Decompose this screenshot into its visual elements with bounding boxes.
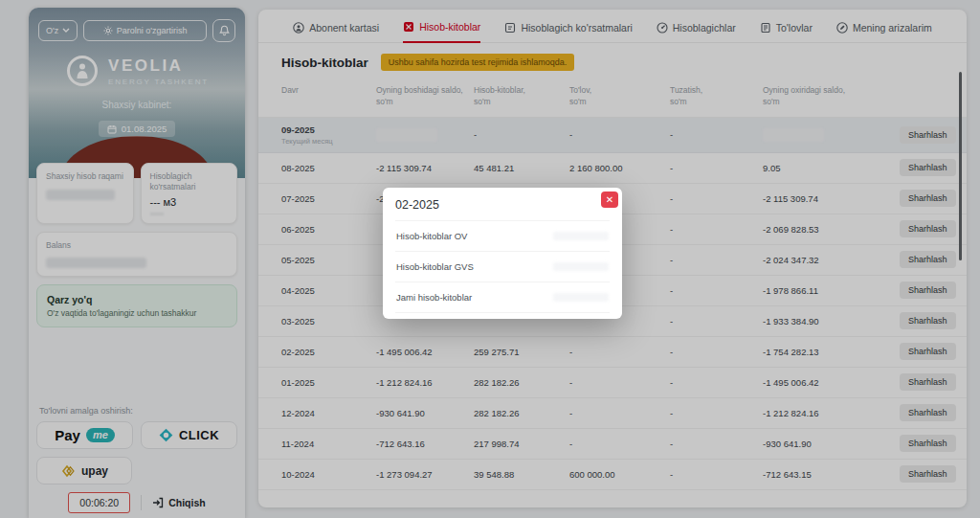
month-detail-modal: ✕ 02-2025 Hisob-kitoblar OVHisob-kitobla… — [383, 188, 622, 319]
modal-row: Hisob-kitoblar GVS — [395, 251, 610, 282]
modal-row-masked-value — [553, 262, 609, 271]
modal-title: 02-2025 — [395, 198, 610, 212]
modal-row-label: Hisob-kitoblar GVS — [396, 261, 474, 272]
modal-row-masked-value — [553, 293, 609, 302]
modal-row-label: Jami hisob-kitoblar — [396, 292, 472, 303]
modal-row-masked-value — [553, 232, 609, 240]
modal-row: Hisob-kitoblar OV — [395, 220, 610, 251]
modal-row-label: Hisob-kitoblar OV — [396, 231, 467, 241]
modal-row: Jami hisob-kitoblar — [395, 282, 610, 313]
close-icon[interactable]: ✕ — [601, 191, 618, 208]
modal-rows: Hisob-kitoblar OVHisob-kitoblar GVSJami … — [395, 220, 610, 313]
